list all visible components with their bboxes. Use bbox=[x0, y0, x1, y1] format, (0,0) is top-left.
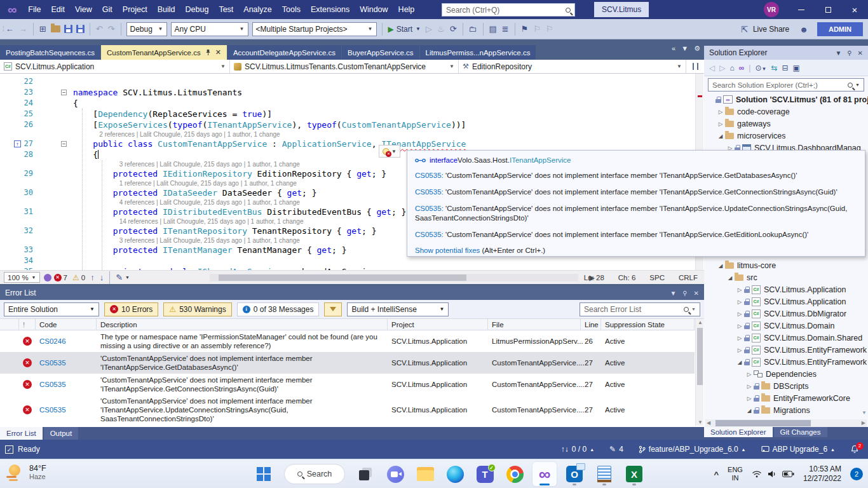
tree-item-solution-scv-litmus-81-of-81-projects[interactable]: ∞Solution 'SCV.Litmus' (81 of 81 project… bbox=[704, 93, 868, 105]
expander-icon[interactable]: ◢ bbox=[735, 359, 744, 365]
bookmark-icon[interactable]: ⚑ bbox=[519, 24, 531, 34]
restart-icon[interactable]: ⟳ bbox=[447, 24, 459, 34]
redo-icon[interactable]: ↷ bbox=[105, 24, 118, 34]
solution-explorer-search-input[interactable]: Search Solution Explorer (Ctrl+;) ▼ bbox=[708, 78, 864, 92]
fold-toggle[interactable]: − bbox=[61, 141, 67, 147]
expander-icon[interactable]: ◢ bbox=[726, 274, 735, 281]
error-code[interactable]: CS0246 bbox=[36, 336, 97, 347]
filter-button[interactable] bbox=[324, 302, 342, 316]
taskbar-outlook[interactable]: O bbox=[562, 462, 587, 486]
build-intellisense-dropdown[interactable]: Build + IntelliSense▼ bbox=[347, 302, 449, 316]
file-column-header[interactable]: File bbox=[488, 319, 581, 330]
code-column-header[interactable]: Code bbox=[36, 319, 97, 330]
suppression-column-header[interactable]: Suppression State bbox=[601, 319, 695, 330]
expander-icon[interactable]: ▷ bbox=[735, 311, 744, 317]
code-line-24[interactable]: 24{ bbox=[0, 98, 704, 109]
expander-icon[interactable]: ▷ bbox=[745, 371, 754, 377]
error-row-CS0246[interactable]: ✕CS0246The type or namespace name 'IPerm… bbox=[0, 330, 695, 352]
pending-changes-filter-icon[interactable]: ⊙▼ bbox=[755, 64, 766, 72]
messages-filter-button[interactable]: i0 of 38 Messages bbox=[237, 302, 320, 316]
menu-window[interactable]: Window bbox=[355, 5, 393, 14]
taskbar-file-explorer[interactable] bbox=[413, 462, 437, 486]
code-line-34[interactable]: 34 bbox=[0, 255, 704, 266]
error-list-search-input[interactable]: Search Error List ▼ bbox=[580, 302, 700, 316]
admin-button[interactable]: ADMIN bbox=[817, 22, 863, 36]
taskbar-start[interactable] bbox=[252, 462, 276, 486]
home-icon[interactable]: ⌂ bbox=[729, 64, 734, 72]
close-tab-icon[interactable]: ✕ bbox=[215, 48, 221, 57]
column-indicator[interactable]: Ch: 6 bbox=[618, 274, 636, 281]
save-all-icon[interactable] bbox=[76, 25, 85, 33]
prev-issue-icon[interactable]: ↑ bbox=[88, 273, 97, 282]
menu-tools[interactable]: Tools bbox=[277, 5, 306, 14]
tree-item-microservices[interactable]: ◢microservices bbox=[704, 130, 868, 142]
tree-item-scv-litmus-domain[interactable]: ▷C#SCV.Litmus.Domain bbox=[704, 320, 868, 332]
doc-tab-buyerappservice-cs[interactable]: BuyerAppService.cs bbox=[342, 45, 419, 60]
line-indicator[interactable]: Ln: 28 bbox=[584, 274, 604, 281]
error-code[interactable]: CS0535 bbox=[36, 404, 97, 416]
save-icon[interactable] bbox=[64, 25, 72, 33]
menu-debug[interactable]: Debug bbox=[180, 5, 214, 14]
tree-item-src[interactable]: ◢src bbox=[704, 271, 868, 283]
clock[interactable]: 10:53 AM12/27/2022 bbox=[803, 464, 841, 484]
doc-tab-postingbatchsequences-cs[interactable]: PostingBatchSequences.cs bbox=[0, 45, 100, 60]
expander-icon[interactable]: ▷ bbox=[735, 347, 744, 353]
menu-analyze[interactable]: Analyze bbox=[238, 5, 276, 14]
fold-toggle[interactable]: − bbox=[61, 90, 67, 95]
scope-dropdown[interactable]: Entire Solution▼ bbox=[4, 302, 99, 316]
menu-help[interactable]: Help bbox=[393, 5, 420, 14]
tab-options-icon[interactable]: ⚙ bbox=[694, 44, 700, 53]
inheritance-margin-icon[interactable]: ↑ bbox=[14, 140, 21, 147]
close-panel-icon[interactable]: ✕ bbox=[694, 290, 699, 297]
menu-git[interactable]: Git bbox=[97, 5, 118, 14]
collapse-all-icon[interactable]: ⊟ bbox=[782, 64, 788, 72]
file-errors-indicator[interactable]: ✕7 bbox=[54, 274, 67, 281]
expander-icon[interactable]: ▷ bbox=[735, 323, 744, 329]
error-code-link[interactable]: CS0535: bbox=[415, 205, 444, 212]
error-list-scrollbar[interactable]: ▲▼ bbox=[695, 319, 703, 426]
error-code-link[interactable]: CS0535: bbox=[415, 172, 444, 179]
line-ending-indicator[interactable]: CRLF bbox=[679, 274, 698, 281]
unsaved-edits-indicator[interactable]: ✎ 4 bbox=[609, 445, 623, 454]
hot-reload-icon[interactable]: ♨ bbox=[435, 24, 447, 34]
find-in-files-icon[interactable]: 🗀 bbox=[466, 24, 480, 34]
window-menu-icon[interactable]: ▼ bbox=[670, 290, 676, 297]
close-button[interactable]: × bbox=[841, 0, 868, 19]
feedback-bot-icon[interactable] bbox=[44, 274, 51, 281]
expander-icon[interactable]: ▷ bbox=[735, 287, 744, 293]
error-row-CS0535[interactable]: ✕CS0535'CustomTenantAppService' does not… bbox=[0, 374, 695, 395]
taskbar-notepad[interactable] bbox=[592, 462, 616, 486]
editor-horizontal-scrollbar[interactable] bbox=[210, 274, 578, 281]
volume-icon[interactable] bbox=[768, 470, 776, 478]
tab-solution-explorer[interactable]: Solution Explorer bbox=[704, 427, 773, 437]
tree-item-litmus-core[interactable]: ◢litmus-core bbox=[704, 259, 868, 271]
pin-icon[interactable] bbox=[205, 49, 211, 56]
file-warnings-indicator[interactable]: ⚠0 bbox=[72, 273, 85, 282]
live-share-icon[interactable]: ⇱ bbox=[738, 25, 750, 34]
navigate-back-icon[interactable]: ← bbox=[3, 24, 17, 34]
expander-icon[interactable]: ◢ bbox=[716, 133, 725, 139]
weather-widget[interactable]: 84°F Haze bbox=[6, 463, 46, 481]
prev-bookmark-icon[interactable]: ⚐ bbox=[531, 24, 543, 34]
menu-extensions[interactable]: Extensions bbox=[306, 5, 355, 14]
notification-center-badge[interactable]: 2 bbox=[850, 468, 863, 480]
menu-file[interactable]: File bbox=[23, 5, 46, 14]
tree-item-dbscripts[interactable]: ▷DBScripts bbox=[704, 380, 868, 392]
tree-item-scv-litmus-application[interactable]: ▷C#SCV.Litmus.Application bbox=[704, 283, 868, 295]
taskbar-search[interactable]: Search bbox=[281, 462, 348, 486]
zoom-dropdown[interactable]: 100 %▼ bbox=[4, 272, 40, 283]
tree-item-scv-litmus-entityframework[interactable]: ▷C#SCV.Litmus.EntityFramework bbox=[704, 344, 868, 356]
doc-tab-litmuspermiss-nappservice-cs[interactable]: LitmusPermiss...nAppService.cs bbox=[420, 45, 536, 60]
expander-icon[interactable]: ▷ bbox=[716, 109, 725, 115]
code-line-25[interactable]: 25 [Dependency(ReplaceServices = true)] bbox=[0, 109, 704, 119]
code-cleanup-icon[interactable]: ✎ bbox=[113, 273, 125, 282]
warnings-filter-button[interactable]: ⚠530 Warnings bbox=[163, 302, 231, 316]
switch-views-icon[interactable]: ∞ bbox=[739, 64, 745, 72]
sync-with-active-document-icon[interactable]: ⇆ bbox=[771, 64, 777, 72]
menu-build[interactable]: Build bbox=[153, 5, 180, 14]
battery-icon[interactable] bbox=[782, 471, 794, 477]
git-repo-selector[interactable]: ABP Upgrade_6▲ bbox=[761, 445, 835, 454]
error-row-CS0535[interactable]: ✕CS0535'CustomTenantAppService' does not… bbox=[0, 352, 695, 374]
indent-icon[interactable]: ≣ bbox=[499, 24, 512, 34]
expander-icon[interactable]: ▷ bbox=[716, 121, 725, 127]
